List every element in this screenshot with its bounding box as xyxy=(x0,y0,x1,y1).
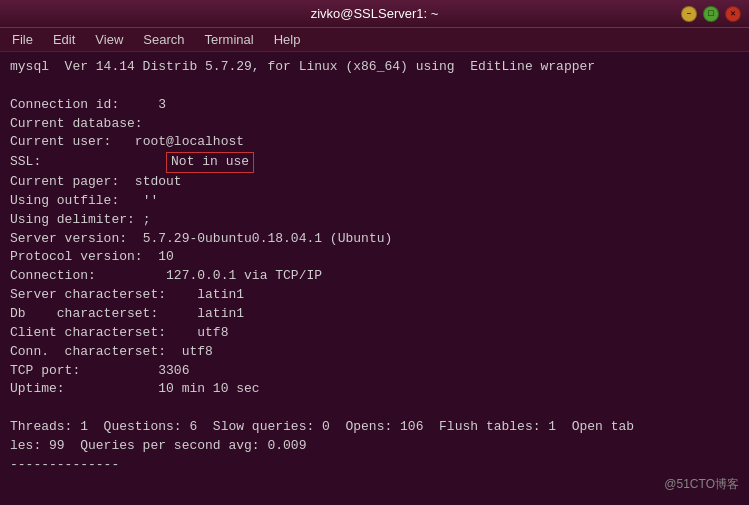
ssl-line: SSL: Not in use xyxy=(10,152,739,173)
ssl-value: Not in use xyxy=(166,152,254,173)
conn-id-line: Connection id: 3 xyxy=(10,96,739,115)
server-ver-line: Server version: 5.7.29-0ubuntu0.18.04.1 … xyxy=(10,230,739,249)
version-line: mysql Ver 14.14 Distrib 5.7.29, for Linu… xyxy=(10,58,739,77)
server-charset-line: Server characterset: latin1 xyxy=(10,286,739,305)
menu-help[interactable]: Help xyxy=(266,30,309,49)
uptime-line: Uptime: 10 min 10 sec xyxy=(10,380,739,399)
minimize-button[interactable]: – xyxy=(681,6,697,22)
menu-terminal[interactable]: Terminal xyxy=(197,30,262,49)
delim-line: Using delimiter: ; xyxy=(10,211,739,230)
blank-2 xyxy=(10,399,739,418)
menubar: File Edit View Search Terminal Help xyxy=(0,28,749,52)
window-title: zivko@SSLServer1: ~ xyxy=(311,6,439,21)
tcp-port-line: TCP port: 3306 xyxy=(10,362,739,381)
stats-line-2: les: 99 Queries per second avg: 0.009 xyxy=(10,437,739,456)
curr-user-line: Current user: root@localhost xyxy=(10,133,739,152)
stats-line-1: Threads: 1 Questions: 6 Slow queries: 0 … xyxy=(10,418,739,437)
window-controls: – □ ✕ xyxy=(681,6,741,22)
terminal[interactable]: mysql Ver 14.14 Distrib 5.7.29, for Linu… xyxy=(0,52,749,505)
client-charset-line: Client characterset: utf8 xyxy=(10,324,739,343)
menu-file[interactable]: File xyxy=(4,30,41,49)
close-button[interactable]: ✕ xyxy=(725,6,741,22)
blank-3 xyxy=(10,475,739,494)
menu-view[interactable]: View xyxy=(87,30,131,49)
watermark: @51CTO博客 xyxy=(664,476,739,493)
blank-1 xyxy=(10,77,739,96)
outfile-line: Using outfile: '' xyxy=(10,192,739,211)
curr-pager-line: Current pager: stdout xyxy=(10,173,739,192)
separator-line: -------------- xyxy=(10,456,739,475)
conn-charset-line: Conn. characterset: utf8 xyxy=(10,343,739,362)
titlebar: zivko@SSLServer1: ~ – □ ✕ xyxy=(0,0,749,28)
ssl-label: SSL: xyxy=(10,153,41,172)
maximize-button[interactable]: □ xyxy=(703,6,719,22)
prompt-line: mysql> xyxy=(10,493,739,505)
curr-db-line: Current database: xyxy=(10,115,739,134)
connection-line: Connection: 127.0.0.1 via TCP/IP xyxy=(10,267,739,286)
menu-search[interactable]: Search xyxy=(135,30,192,49)
menu-edit[interactable]: Edit xyxy=(45,30,83,49)
proto-ver-line: Protocol version: 10 xyxy=(10,248,739,267)
db-charset-line: Db characterset: latin1 xyxy=(10,305,739,324)
